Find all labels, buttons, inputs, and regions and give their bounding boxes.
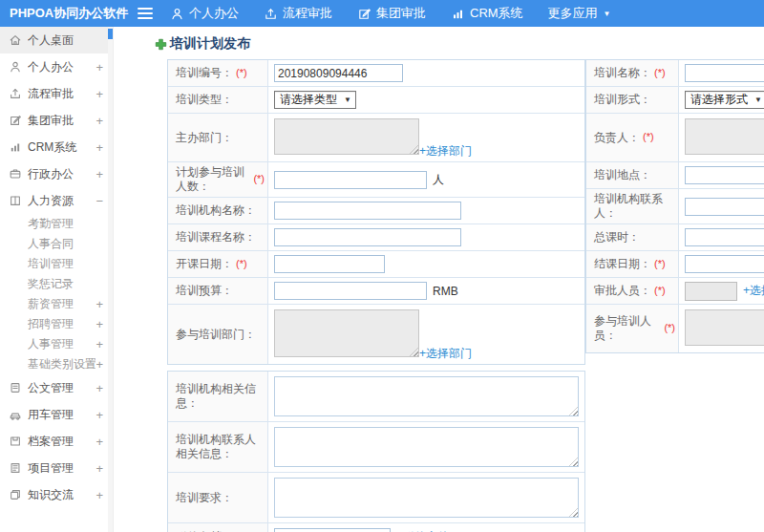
host-dept-picker-link[interactable]: +选择部门 — [419, 143, 472, 160]
expand-plus-icon[interactable]: + — [96, 357, 103, 372]
participating-dept-textarea[interactable] — [274, 309, 419, 357]
training-form-select[interactable]: 请选择形式▼ — [685, 91, 764, 109]
sidebar-item-personnel-mgmt[interactable]: 人事管理+ — [0, 334, 113, 354]
sidebar-item-attendance-mgmt[interactable]: 考勤管理 — [0, 214, 113, 234]
topnav-item-group-approval[interactable]: 集团审批 — [357, 5, 426, 22]
topnav-item-personal-office[interactable]: 个人办公 — [170, 5, 239, 22]
expand-plus-icon[interactable]: + — [96, 87, 103, 101]
sidebar-item-human-resources[interactable]: 人力资源− — [0, 187, 113, 214]
org-info-textarea[interactable] — [274, 376, 579, 416]
expand-plus-icon[interactable]: + — [96, 317, 103, 331]
org-contact-label: 培训机构联系人： — [586, 189, 679, 223]
org-name-input[interactable] — [274, 202, 461, 220]
leader-textarea[interactable] — [685, 118, 764, 155]
start-date-input[interactable] — [274, 255, 385, 273]
sidebar-item-base-category[interactable]: 基础类别设置+ — [0, 354, 113, 374]
expand-plus-icon[interactable]: + — [96, 297, 103, 311]
participating-dept-field-cell: +选择部门 — [268, 305, 584, 364]
expand-plus-icon[interactable]: + — [96, 381, 103, 395]
expand-plus-icon[interactable]: + — [96, 408, 103, 422]
training-type-select[interactable]: 请选择类型▼ — [274, 91, 356, 109]
app-title: PHPOA协同办公软件 — [0, 5, 136, 22]
sidebar-item-salary-mgmt[interactable]: 薪资管理+ — [0, 294, 113, 314]
leader-field-cell: +选择负责人 — [679, 114, 764, 161]
sidebar-item-personal-desktop[interactable]: 个人桌面 — [0, 27, 113, 53]
form-row-host-dept: 主办部门：+选择部门 — [168, 114, 584, 162]
training-no-input[interactable] — [274, 64, 403, 82]
training-place-input[interactable] — [685, 166, 764, 184]
attachment-picker-link[interactable]: +附件上传 — [396, 529, 449, 532]
expand-plus-icon[interactable]: + — [96, 488, 103, 502]
participants-textarea[interactable] — [685, 309, 764, 346]
leader-label: 负责人：(*) — [586, 114, 679, 161]
sidebar-scrollbar-thumb[interactable] — [108, 29, 113, 39]
host-dept-textarea[interactable] — [274, 118, 419, 155]
expand-plus-icon[interactable]: + — [96, 114, 103, 128]
end-date-input[interactable] — [685, 255, 764, 273]
sidebar-item-crm-system[interactable]: CRM系统+ — [0, 134, 113, 160]
approvers-picker-link[interactable]: +选择审批人员 — [743, 283, 764, 299]
sidebar-item-group-approval[interactable]: 集团审批+ — [0, 107, 113, 134]
attachment-input[interactable] — [274, 528, 391, 532]
start-date-field-cell — [268, 251, 584, 277]
participating-dept-label: 参与培训部门： — [168, 305, 268, 364]
topnav-label: 更多应用 — [548, 5, 598, 22]
org-contact-input[interactable] — [685, 198, 764, 216]
planned-participants-input[interactable] — [274, 171, 427, 189]
sidebar-item-label: 薪资管理 — [28, 296, 96, 312]
sidebar-item-archive-mgmt[interactable]: 档案管理+ — [0, 428, 113, 455]
course-name-input[interactable] — [274, 228, 461, 246]
sidebar-item-label: 项目管理 — [28, 460, 96, 477]
book-icon — [9, 194, 22, 207]
sidebar-item-knowledge-exchange[interactable]: 知识交流+ — [0, 481, 113, 508]
form-row-org-contact-info: 培训机构联系人相关信息： — [168, 422, 584, 473]
planned-participants-field-cell: 人 — [268, 162, 584, 197]
attachment-label: 附件文档： — [168, 523, 268, 532]
sidebar-scrollbar-track — [108, 27, 113, 532]
budget-input[interactable] — [274, 282, 427, 300]
training-name-input[interactable] — [685, 64, 764, 82]
participating-dept-picker-link[interactable]: +选择部门 — [419, 346, 472, 362]
budget-label: 培训预算： — [168, 278, 268, 304]
org-contact-field-cell — [679, 189, 764, 223]
sidebar-item-label: 档案管理 — [28, 434, 96, 450]
expand-plus-icon[interactable]: + — [96, 435, 103, 449]
sidebar-item-document-mgmt[interactable]: 公文管理+ — [0, 374, 113, 401]
expand-plus-icon[interactable]: + — [96, 140, 103, 155]
sidebar-item-project-mgmt[interactable]: 项目管理+ — [0, 455, 113, 481]
briefcase-icon — [9, 167, 22, 181]
form-row-participating-dept: 参与培训部门：+选择部门 — [168, 305, 584, 364]
expand-plus-icon[interactable]: + — [96, 461, 103, 476]
form-row-budget: 培训预算：RMB — [168, 278, 584, 305]
topnav-item-crm-system[interactable]: CRM系统 — [451, 5, 523, 22]
required-mark: (*) — [236, 258, 247, 271]
expand-plus-icon[interactable]: + — [96, 337, 103, 351]
sidebar-item-hr-contract[interactable]: 人事合同 — [0, 234, 113, 254]
sidebar: 个人桌面个人办公+流程审批+集团审批+CRM系统+行政办公+人力资源−考勤管理人… — [0, 27, 114, 532]
sidebar-item-personal-office[interactable]: 个人办公+ — [0, 53, 113, 80]
document-icon — [9, 381, 22, 394]
org-contact-info-textarea[interactable] — [274, 427, 579, 467]
budget-unit-label: RMB — [433, 285, 458, 298]
expand-plus-icon[interactable]: + — [96, 167, 103, 181]
sidebar-item-reward-punish[interactable]: 奖惩记录 — [0, 274, 113, 294]
required-mark: (*) — [643, 131, 654, 144]
form-row-end-date: 结课日期：(*) — [586, 251, 764, 278]
training-type-label: 培训类型： — [168, 87, 268, 113]
sidebar-item-admin-office[interactable]: 行政办公+ — [0, 160, 113, 187]
field-label-text: 总课时： — [594, 230, 640, 245]
total-hours-input[interactable] — [685, 228, 764, 246]
sidebar-item-workflow-approval[interactable]: 流程审批+ — [0, 80, 113, 107]
collapse-minus-icon[interactable]: − — [96, 194, 103, 208]
menu-toggle-icon[interactable] — [138, 8, 153, 19]
expand-plus-icon[interactable]: + — [96, 60, 103, 74]
edit-icon — [9, 114, 22, 127]
sidebar-item-vehicle-mgmt[interactable]: 用车管理+ — [0, 401, 113, 428]
sidebar-item-training-mgmt[interactable]: 培训管理 — [0, 254, 113, 274]
training-requirements-textarea[interactable] — [274, 478, 579, 518]
sidebar-item-recruit-mgmt[interactable]: 招聘管理+ — [0, 314, 113, 334]
topnav-item-more-apps[interactable]: 更多应用▼ — [548, 5, 611, 22]
topnav-item-workflow-approval[interactable]: 流程审批 — [264, 5, 332, 22]
required-mark: (*) — [654, 258, 666, 271]
sidebar-item-label: 个人桌面 — [28, 32, 103, 49]
